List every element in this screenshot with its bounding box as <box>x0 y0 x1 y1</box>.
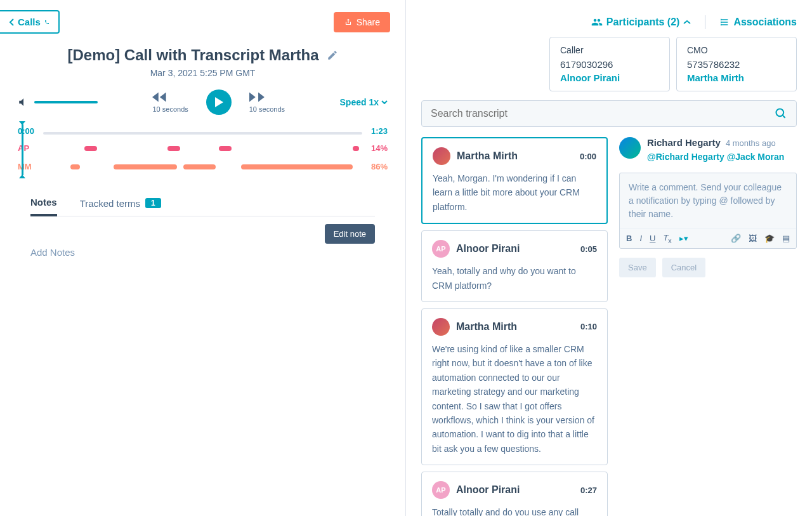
speaker-name: Martha Mirth <box>457 150 573 162</box>
associations-button[interactable]: Associations <box>719 17 797 28</box>
volume-icon <box>18 96 29 108</box>
tab-notes[interactable]: Notes <box>30 197 57 216</box>
speaker-track[interactable] <box>43 146 362 151</box>
tracked-terms-badge: 1 <box>145 198 161 208</box>
message-time: 0:00 <box>580 152 596 161</box>
participant-role: CMO <box>687 45 786 55</box>
phone-icon <box>44 18 49 26</box>
edit-title-icon[interactable] <box>327 50 338 61</box>
participant-phone: 6179030296 <box>560 59 659 70</box>
speaker-avatar: AP <box>432 481 450 499</box>
associations-icon <box>719 17 730 27</box>
search-icon[interactable] <box>775 107 787 120</box>
participants-toggle[interactable]: Participants (2) <box>591 17 691 28</box>
associations-label: Associations <box>733 17 797 28</box>
comment-placeholder[interactable]: Write a comment. Send your colleague a n… <box>620 173 796 228</box>
chevron-down-icon <box>381 100 388 104</box>
cancel-comment-button[interactable]: Cancel <box>662 258 705 277</box>
message-time: 0:05 <box>580 244 597 254</box>
share-icon <box>344 18 353 27</box>
back-label: Calls <box>18 17 41 27</box>
comment-text: @Richard Hegarty @Jack Moran <box>647 150 797 164</box>
scrub-track[interactable] <box>43 132 362 135</box>
transcript-message[interactable]: Martha Mirth 0:00 Yeah, Morgan. I'm wond… <box>421 137 608 224</box>
transcript-message[interactable]: AP Alnoor Pirani 0:05 Yeah, totally and … <box>421 230 608 302</box>
message-time: 0:27 <box>580 486 597 495</box>
participant-name[interactable]: Alnoor Pirani <box>560 72 659 83</box>
speaker-avatar <box>433 147 450 165</box>
volume-control[interactable] <box>18 96 98 108</box>
comment-editor[interactable]: Write a comment. Send your colleague a n… <box>619 173 797 249</box>
speaker-name: Alnoor Pirani <box>456 484 574 496</box>
transcript-message[interactable]: AP Alnoor Pirani 0:27 Totally totally an… <box>421 472 608 516</box>
rewind-icon <box>152 91 169 103</box>
scrub-area[interactable]: 0:00 1:23 AP 14%MM 86% <box>18 126 388 171</box>
snippet-button[interactable]: ▤ <box>782 234 790 243</box>
speaker-name: Alnoor Pirani <box>456 243 574 255</box>
participant-phone: 5735786232 <box>687 59 786 70</box>
divider <box>705 15 705 29</box>
participants-label: Participants (2) <box>606 17 680 28</box>
playhead[interactable] <box>22 124 23 175</box>
skip-back-label: 10 seconds <box>152 105 188 113</box>
participants-icon <box>591 18 603 27</box>
bold-button[interactable]: B <box>626 234 632 243</box>
page-title: [Demo] Call with Transcript Martha <box>67 46 318 64</box>
speed-selector[interactable]: Speed 1x <box>340 97 388 107</box>
search-transcript[interactable] <box>421 100 797 127</box>
fast-forward-icon <box>249 91 266 103</box>
save-comment-button[interactable]: Save <box>619 258 656 277</box>
image-button[interactable]: 🖼 <box>749 234 757 243</box>
link-button[interactable]: 🔗 <box>731 234 741 243</box>
message-text: Yeah, totally and why do you want to CRM… <box>432 264 597 293</box>
speaker-row: AP 14% <box>18 143 388 153</box>
speed-label: Speed 1x <box>340 97 379 107</box>
italic-button[interactable]: I <box>639 234 642 243</box>
message-text: We're using kind of like a smaller CRM r… <box>432 342 597 456</box>
participant-role: Caller <box>560 45 659 55</box>
skip-back-button[interactable]: 10 seconds <box>152 91 188 113</box>
share-button[interactable]: Share <box>334 12 390 32</box>
speaker-row: MM 86% <box>18 162 388 171</box>
speaker-avatar: AP <box>432 240 450 258</box>
speaker-percent: 86% <box>362 162 388 171</box>
participant-card[interactable]: CMO 5735786232 Martha Mirth <box>676 37 797 91</box>
search-input[interactable] <box>431 108 775 119</box>
skip-forward-button[interactable]: 10 seconds <box>249 91 285 113</box>
participant-card[interactable]: Caller 6179030296 Alnoor Pirani <box>549 37 670 91</box>
svg-point-0 <box>776 109 784 117</box>
volume-slider[interactable] <box>34 101 98 103</box>
speaker-avatar <box>432 318 450 336</box>
comment-avatar <box>619 137 641 159</box>
speaker-track[interactable] <box>43 164 362 169</box>
underline-button[interactable]: U <box>650 234 655 243</box>
chevron-left-icon <box>9 18 14 26</box>
quote-button[interactable]: 🎓 <box>764 234 775 243</box>
add-notes-placeholder[interactable]: Add Notes <box>30 247 375 258</box>
chevron-up-icon <box>683 20 691 25</box>
skip-fwd-label: 10 seconds <box>249 105 285 113</box>
back-to-calls-button[interactable]: Calls <box>0 10 60 34</box>
share-label: Share <box>357 17 380 27</box>
message-text: Totally totally and do you use any call … <box>432 505 597 516</box>
comment[interactable]: Richard Hegarty 4 months ago @Richard He… <box>619 137 797 164</box>
play-icon <box>214 96 224 108</box>
participant-name[interactable]: Martha Mirth <box>687 72 786 83</box>
more-format-button[interactable]: ▸▾ <box>679 234 688 243</box>
tab-tracked-terms[interactable]: Tracked terms 1 <box>80 197 161 216</box>
play-button[interactable] <box>206 89 232 115</box>
message-time: 0:10 <box>580 322 597 331</box>
comment-author: Richard Hegarty <box>647 137 721 148</box>
speaker-name: Martha Mirth <box>456 321 574 333</box>
call-datetime: Mar 3, 2021 5:25 PM GMT <box>0 68 405 78</box>
speaker-percent: 14% <box>362 143 388 153</box>
comment-time: 4 months ago <box>726 138 776 148</box>
message-text: Yeah, Morgan. I'm wondering if I can lea… <box>433 171 596 214</box>
transcript-message[interactable]: Martha Mirth 0:10 We're using kind of li… <box>421 308 608 465</box>
clear-format-button[interactable]: Tx <box>663 233 671 244</box>
edit-note-button[interactable]: Edit note <box>325 224 375 244</box>
